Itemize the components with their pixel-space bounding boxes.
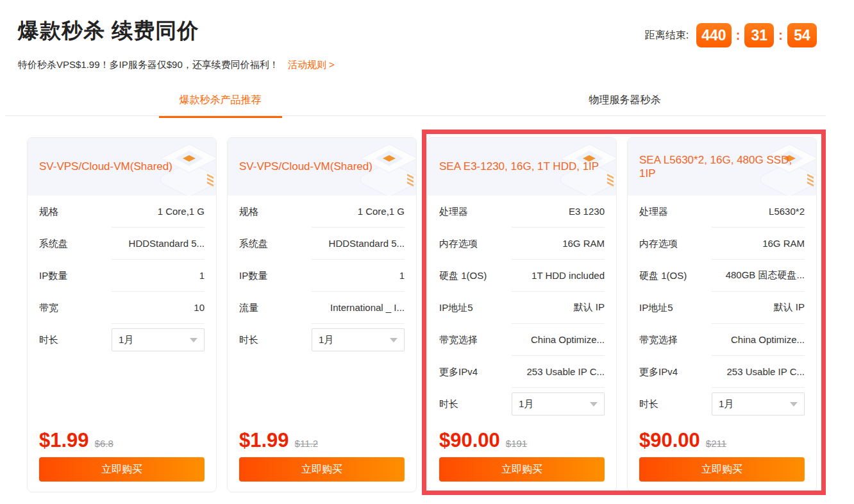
- card-body: 处理器E3 1230内存选项16G RAM硬盘 1(OS)1T HDD incl…: [428, 196, 616, 420]
- countdown-days: 440: [696, 23, 731, 47]
- countdown-hours: 31: [744, 23, 774, 47]
- tab-bar: 爆款秒杀产品推荐物理服务器秒杀: [18, 88, 827, 116]
- duration-row: 时长1月: [239, 324, 405, 356]
- chevron-down-icon: [190, 338, 197, 342]
- chevron-down-icon: [590, 402, 598, 407]
- old-price: $11.2: [295, 438, 318, 449]
- product-card: SEA E3-1230, 16G, 1T HDD, 1IP处理器E3 1230内…: [427, 137, 617, 492]
- tab-flash-sale-products[interactable]: 爆款秒杀产品推荐: [18, 88, 423, 116]
- chevron-down-icon: [790, 402, 798, 407]
- card-body: 规格1 Core,1 G系统盘HDDStandard 5...IP数量1流量In…: [228, 196, 416, 356]
- spec-row: IP数量1: [239, 260, 405, 292]
- countdown-label: 距离结束:: [645, 29, 689, 42]
- duration-selected-value: 1月: [319, 334, 333, 346]
- card-body: 规格1 Core,1 G系统盘HDDStandard 5...IP数量1带宽10…: [28, 196, 216, 356]
- spec-label: 处理器: [639, 206, 668, 218]
- product-card: SV-VPS/Cloud-VM(Shared)规格1 Core,1 G系统盘HD…: [227, 137, 417, 492]
- countdown-separator: :: [778, 28, 783, 43]
- buy-button[interactable]: 立即购买: [39, 457, 205, 482]
- spec-label: 硬盘 1(OS): [639, 270, 687, 282]
- spec-value: L5630*2: [712, 196, 805, 228]
- spec-row: 系统盘HDDStandard 5...: [239, 228, 405, 260]
- countdown-timer: 距离结束: 440 : 31 : 54: [645, 23, 817, 47]
- spec-value: 1 Core,1 G: [112, 196, 205, 228]
- duration-select[interactable]: 1月: [512, 392, 605, 416]
- price: $1.99: [39, 429, 89, 452]
- spec-row: 处理器L5630*2: [639, 196, 805, 228]
- spec-label: 带宽: [39, 302, 58, 314]
- card-header: SEA L5630*2, 16G, 480G SSD, 1IP: [628, 138, 816, 196]
- buy-button[interactable]: 立即购买: [639, 457, 805, 482]
- duration-selected-value: 1月: [519, 398, 533, 410]
- duration-row: 时长1月: [439, 388, 605, 420]
- duration-row: 时长1月: [39, 324, 205, 356]
- spec-row: 更多IPv4253 Usable IP C...: [639, 356, 805, 388]
- product-card: SV-VPS/Cloud-VM(Shared)规格1 Core,1 G系统盘HD…: [27, 137, 217, 492]
- duration-select[interactable]: 1月: [112, 328, 205, 351]
- spec-value: HDDStandard 5...: [312, 228, 405, 260]
- spec-value: China Optimize...: [512, 324, 605, 356]
- spec-label: IP地址5: [639, 302, 673, 314]
- spec-value: 16G RAM: [512, 228, 605, 260]
- spec-value: HDDStandard 5...: [112, 228, 205, 260]
- spec-label: 流量: [239, 302, 258, 314]
- spec-row: 规格1 Core,1 G: [239, 196, 405, 228]
- spec-value: 480GB 固态硬盘...: [712, 260, 805, 292]
- card-title: SV-VPS/Cloud-VM(Shared): [39, 160, 172, 173]
- duration-label: 时长: [239, 334, 258, 346]
- card-header: SEA E3-1230, 16G, 1T HDD, 1IP: [428, 138, 616, 196]
- spec-value: 16G RAM: [712, 228, 805, 260]
- duration-selected-value: 1月: [719, 398, 733, 410]
- duration-label: 时长: [439, 398, 458, 410]
- spec-label: 规格: [39, 206, 58, 218]
- spec-row: 硬盘 1(OS)1T HDD included: [439, 260, 605, 292]
- spec-row: IP数量1: [39, 260, 205, 292]
- spec-row: IP地址5默认 IP: [439, 292, 605, 324]
- spec-label: IP地址5: [439, 302, 473, 314]
- tab-physical-servers[interactable]: 物理服务器秒杀: [423, 88, 827, 116]
- buy-button[interactable]: 立即购买: [239, 457, 405, 482]
- card-header: SV-VPS/Cloud-VM(Shared): [228, 138, 416, 196]
- card-title: SV-VPS/Cloud-VM(Shared): [239, 160, 373, 173]
- spec-label: 处理器: [439, 206, 468, 218]
- price-row: $1.99$11.2: [239, 429, 405, 452]
- duration-label: 时长: [639, 398, 658, 410]
- card-header: SV-VPS/Cloud-VM(Shared): [28, 138, 216, 196]
- spec-row: 处理器E3 1230: [439, 196, 605, 228]
- spec-value: International _ I...: [312, 292, 405, 324]
- page-title: 爆款秒杀 续费同价: [18, 17, 199, 46]
- spec-label: IP数量: [239, 270, 267, 282]
- tab-divider: [5, 115, 826, 116]
- price: $90.00: [439, 429, 500, 452]
- flash-sale-page: 爆款秒杀 续费同价 距离结束: 440 : 31 : 54 特价秒杀VPS$1.…: [0, 0, 854, 504]
- spec-value: 默认 IP: [712, 292, 805, 324]
- spec-row: 内存选项16G RAM: [639, 228, 805, 260]
- duration-select[interactable]: 1月: [312, 328, 405, 351]
- promo-subtitle: 特价秒杀VPS$1.99！多IP服务器仅$90，还享续费同价福利！: [18, 59, 279, 70]
- spec-value: 253 Usable IP C...: [512, 356, 605, 388]
- spec-label: IP数量: [39, 270, 67, 282]
- price: $90.00: [639, 429, 700, 452]
- card-body: 处理器L5630*2内存选项16G RAM硬盘 1(OS)480GB 固态硬盘.…: [628, 196, 816, 420]
- spec-label: 带宽选择: [639, 334, 678, 346]
- spec-label: 硬盘 1(OS): [439, 270, 487, 282]
- spec-label: 带宽选择: [439, 334, 478, 346]
- spec-label: 内存选项: [439, 238, 478, 250]
- spec-row: 更多IPv4253 Usable IP C...: [439, 356, 605, 388]
- card-title: SEA E3-1230, 16G, 1T HDD, 1IP: [439, 160, 599, 173]
- countdown-minutes: 54: [787, 23, 817, 47]
- buy-button[interactable]: 立即购买: [439, 457, 605, 482]
- spec-value: 253 Usable IP C...: [712, 356, 805, 388]
- spec-row: 系统盘HDDStandard 5...: [39, 228, 205, 260]
- old-price: $191: [506, 438, 527, 449]
- countdown-separator: :: [736, 28, 741, 43]
- promo-subtitle-row: 特价秒杀VPS$1.99！多IP服务器仅$90，还享续费同价福利！ 活动规则 >: [18, 59, 335, 71]
- spec-label: 更多IPv4: [439, 366, 478, 378]
- duration-select[interactable]: 1月: [712, 392, 805, 416]
- old-price: $6.8: [95, 438, 113, 449]
- spec-value: 1T HDD included: [512, 260, 605, 292]
- spec-label: 规格: [239, 206, 258, 218]
- activity-rules-link[interactable]: 活动规则 >: [288, 59, 335, 70]
- spec-row: 硬盘 1(OS)480GB 固态硬盘...: [639, 260, 805, 292]
- spec-row: IP地址5默认 IP: [639, 292, 805, 324]
